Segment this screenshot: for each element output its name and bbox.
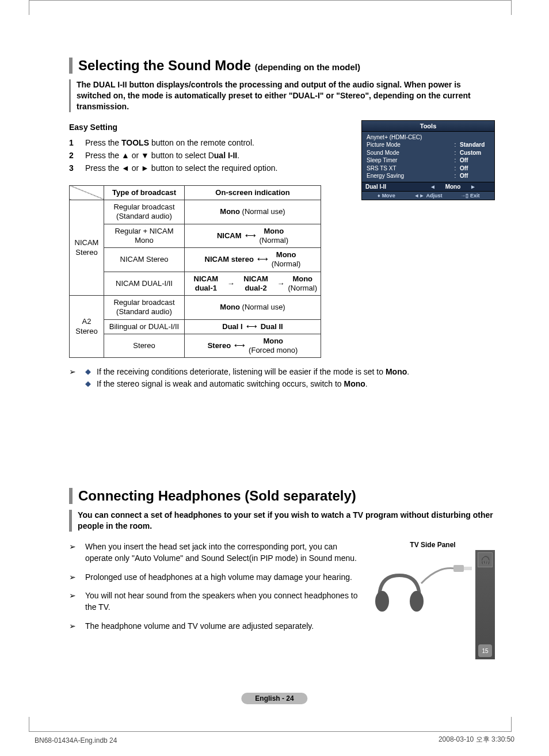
broadcast-table: Type of broadcast On-screen indication N… — [69, 185, 321, 358]
panel-strip: 🎧 15 — [475, 550, 495, 659]
exit-icon: →▯ — [460, 193, 468, 198]
osd-selected-row: Dual I-II ◄ Mono ► — [361, 182, 495, 192]
section-2-title: Connecting Headphones (Sold separately) — [78, 488, 356, 504]
pointer-icon: ➢ — [69, 590, 85, 601]
plug-illustration — [420, 560, 475, 586]
cell: NICAM Stereo — [104, 248, 185, 272]
title-main: Selecting the Sound Mode — [78, 58, 251, 73]
headphone-notes: ➢When you insert the head set jack into … — [69, 541, 360, 639]
step-num: 3 — [69, 162, 85, 174]
section-1-title: Selecting the Sound Mode (depending on t… — [78, 58, 360, 74]
osd-footer: ♦Move ◄►Adjust →▯Exit — [361, 192, 495, 200]
pointer-icon: ➢ — [69, 620, 85, 632]
cell: Dual I ⟷ Dual II — [185, 319, 321, 334]
title-sub: (depending on the model) — [255, 62, 360, 72]
svg-point-1 — [410, 591, 424, 612]
osd-title: Tools — [361, 120, 495, 132]
th-indication: On-screen indication — [185, 185, 321, 200]
page-number-pill: English - 24 — [241, 693, 307, 704]
pointer-icon: ➢ — [69, 571, 85, 583]
intro-text-2: You can connect a set of headphones to y… — [78, 510, 495, 532]
section1-notes: ➢ ◆ If the receiving conditions deterior… — [69, 366, 495, 390]
steps-list: 1Press the TOOLS button on the remote co… — [69, 136, 351, 175]
diamond-icon: ◆ — [85, 378, 97, 390]
group-nicam: NICAM Stereo — [70, 200, 104, 296]
cell: Regular broadcast (Standard audio) — [104, 200, 185, 224]
easy-setting-label: Easy Setting — [69, 123, 351, 132]
intro-text: The DUAL I-II button displays/controls t… — [77, 79, 495, 112]
section-1-intro: The DUAL I-II button displays/controls t… — [69, 79, 495, 112]
headphone-jack-icon: 🎧 — [478, 552, 493, 567]
section-2-intro: You can connect a set of headphones to y… — [69, 510, 495, 532]
section-2-heading: Connecting Headphones (Sold separately) — [69, 488, 495, 504]
svg-rect-3 — [464, 567, 472, 570]
cell: NICAM dual-1 → NICAM dual-2 → Mono(Norma… — [185, 272, 321, 296]
th-type: Type of broadcast — [104, 185, 185, 200]
leftright-icon: ◄► — [414, 193, 425, 198]
cell: Regular broadcast (Standard audio) — [104, 296, 185, 320]
cell: NICAM DUAL-I/II — [104, 272, 185, 296]
group-a2: A2 Stereo — [70, 296, 104, 358]
pointer-icon: ➢ — [69, 541, 85, 552]
cell: Mono (Normal use) — [185, 296, 321, 320]
diamond-icon: ◆ — [85, 366, 97, 377]
svg-point-0 — [375, 591, 389, 612]
cell: NICAM stereo ⟷ Mono(Normal) — [185, 248, 321, 272]
tools-osd: Tools Anynet+ (HDMI-CEC) Picture Mode:St… — [361, 120, 495, 200]
step-num: 1 — [69, 136, 85, 149]
cell: Regular + NICAM Mono — [104, 224, 185, 248]
pointer-icon: ➢ — [69, 366, 85, 378]
footer-right: 2008-03-10 오후 3:30:50 — [439, 735, 514, 744]
cell: Bilingual or DUAL-I/II — [104, 319, 185, 334]
svg-rect-2 — [453, 565, 464, 572]
page-badge: 15 — [478, 644, 492, 657]
tv-side-panel-figure: TV Side Panel 🎧 15 — [371, 541, 495, 639]
footer-left: BN68-01434A-Eng.indb 24 — [35, 736, 117, 744]
cell: NICAM ⟷ Mono(Normal) — [185, 224, 321, 248]
section-1-heading: Selecting the Sound Mode (depending on t… — [69, 58, 495, 74]
panel-label: TV Side Panel — [371, 541, 495, 549]
step-num: 2 — [69, 149, 85, 162]
cell: Stereo ⟷ Mono(Forced mono) — [185, 334, 321, 358]
cell: Stereo — [104, 334, 185, 358]
headphones-illustration — [371, 564, 428, 616]
cell: Mono (Normal use) — [185, 200, 321, 224]
updown-icon: ♦ — [378, 193, 380, 198]
